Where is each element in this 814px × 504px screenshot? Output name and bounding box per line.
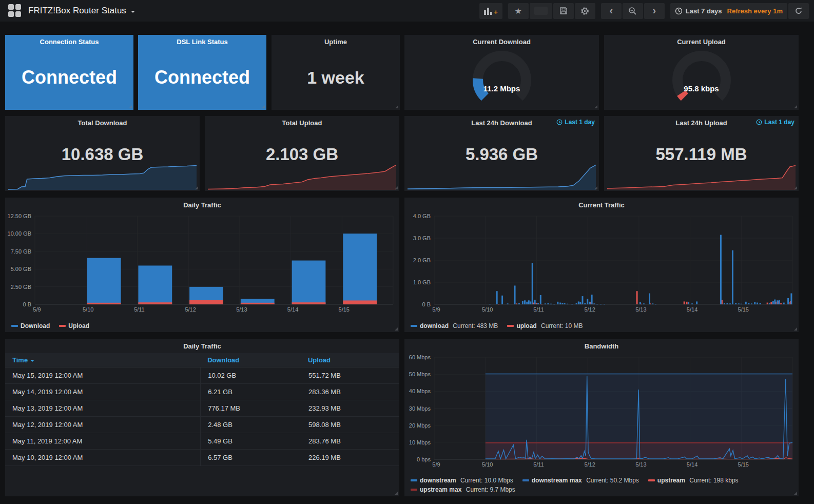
y-tick-label: 2.0 GB: [413, 257, 431, 263]
save-dashboard-button[interactable]: [553, 3, 574, 19]
table-column-header[interactable]: Time: [5, 353, 200, 367]
navbar: FRITZ!Box Router Status + ★: [0, 0, 814, 22]
panel-resize-handle[interactable]: [129, 105, 132, 108]
panel-resize-handle[interactable]: [794, 186, 797, 189]
table-cell: 2.48 GB: [200, 417, 301, 433]
chevron-left-icon: ‹: [609, 5, 613, 17]
panel-title[interactable]: Current Upload: [604, 35, 799, 48]
panel-title[interactable]: Current Traffic: [404, 198, 799, 212]
panel-title[interactable]: Daily Traffic: [5, 339, 399, 353]
panel-resize-handle[interactable]: [794, 105, 797, 108]
download-spike: [537, 303, 539, 304]
time-forward-button[interactable]: ›: [644, 3, 665, 19]
panel-title[interactable]: Total Upload: [205, 116, 399, 129]
download-spike: [557, 302, 558, 304]
x-tick-label: 5/15: [738, 306, 749, 313]
download-spike: [524, 300, 526, 304]
legend-item[interactable]: upstream Current: 198 kbps: [648, 477, 739, 484]
panel-title[interactable]: Current Download: [404, 35, 599, 48]
legend-item[interactable]: Download: [11, 322, 50, 329]
panel-resize-handle[interactable]: [594, 186, 597, 189]
download-spike: [553, 304, 555, 304]
chevron-right-icon: ›: [652, 5, 656, 17]
legend-item[interactable]: download Current: 483 MB: [411, 322, 498, 329]
download-spike: [534, 300, 536, 304]
panel-last24-upload: Last 24h Upload Last 1 day 557.119 MB: [604, 116, 799, 191]
download-spike: [530, 301, 531, 304]
download-spike: [783, 303, 785, 304]
share-dashboard-button[interactable]: [530, 3, 552, 19]
download-spike: [528, 300, 530, 304]
table-column-header[interactable]: Download: [200, 353, 301, 367]
download-spike: [518, 303, 520, 304]
x-tick-label: 5/15: [339, 306, 350, 313]
legend-item[interactable]: upstream max Current: 9.7 Mbps: [411, 486, 515, 493]
time-back-button[interactable]: ‹: [601, 3, 622, 19]
panel-title[interactable]: Uptime: [272, 35, 400, 48]
upload-spike: [686, 302, 688, 304]
dashboard-title-caret-icon[interactable]: [131, 11, 135, 13]
dashboard-settings-button[interactable]: [575, 3, 595, 19]
zoom-out-button[interactable]: [623, 3, 643, 19]
panel-title[interactable]: Connection Status: [5, 35, 133, 48]
x-tick-label: 5/12: [584, 461, 595, 468]
table-column-header[interactable]: Upload: [301, 353, 399, 367]
download-spike: [774, 300, 776, 304]
table-row: May 13, 2019 12:00 AM776.17 MB232.93 MB: [5, 400, 399, 417]
download-spike: [691, 303, 693, 304]
upload-spike: [770, 302, 772, 304]
x-tick-label: 5/11: [533, 306, 544, 313]
star-dashboard-button[interactable]: ★: [508, 3, 529, 19]
dashboard-title[interactable]: FRITZ!Box Router Status: [28, 6, 126, 16]
bandwidth-chart: 60 Mbps50 Mbps40 Mbps30 Mbps20 Mbps10 Mb…: [404, 353, 799, 469]
upload-bar: [292, 302, 326, 304]
download-spike: [596, 304, 598, 304]
table-cell: 551.72 MB: [301, 367, 399, 383]
download-spike: [501, 296, 503, 304]
panel-resize-handle[interactable]: [195, 186, 198, 189]
table-cell: May 14, 2019 12:00 AM: [5, 384, 200, 400]
x-tick-label: 5/10: [482, 461, 493, 468]
legend-item[interactable]: downstream Current: 10.0 Mbps: [411, 477, 513, 484]
panel-resize-handle[interactable]: [395, 492, 398, 495]
total-download-value: 10.638 GB: [5, 145, 200, 164]
download-spike: [754, 302, 755, 304]
download-spike: [757, 303, 758, 304]
download-spike: [751, 303, 752, 304]
time-range-picker[interactable]: Last 7 days Refresh every 1m: [670, 3, 787, 19]
panel-resize-handle[interactable]: [794, 327, 797, 331]
zoom-out-icon: [628, 7, 637, 15]
refresh-button[interactable]: [788, 3, 809, 19]
legend-item[interactable]: Upload: [59, 322, 89, 329]
y-tick-label: 1.0 GB: [413, 279, 431, 285]
y-tick-label: 0 B: [23, 301, 31, 307]
panel-title[interactable]: Bandwidth: [404, 339, 799, 353]
panel-resize-handle[interactable]: [594, 105, 597, 108]
add-panel-button[interactable]: +: [479, 3, 502, 19]
current-traffic-chart: 4.0 GB3.0 GB2.0 GB1.0 GB0 B5/95/105/115/…: [404, 212, 799, 314]
legend-swatch-icon: [522, 479, 529, 481]
panel-resize-handle[interactable]: [794, 492, 797, 495]
download-bar: [292, 261, 326, 304]
upload-spike: [516, 303, 517, 304]
panel-resize-handle[interactable]: [395, 327, 398, 331]
panel-title[interactable]: DSL Link Status: [138, 35, 266, 48]
panel-resize-handle[interactable]: [395, 105, 398, 108]
grafana-logo-icon[interactable]: [8, 4, 22, 17]
table-cell: 10.02 GB: [200, 367, 301, 383]
legend-item[interactable]: upload Current: 10 MB: [507, 322, 583, 329]
legend-swatch-icon: [11, 325, 18, 327]
table-cell: 6.57 GB: [200, 450, 301, 466]
panel-title[interactable]: Daily Traffic: [5, 198, 399, 212]
download-bar: [87, 258, 121, 304]
panel-title[interactable]: Total Download: [5, 116, 200, 129]
panel-resize-handle[interactable]: [262, 105, 265, 108]
y-tick-label: 50 Mbps: [409, 371, 431, 377]
panel-resize-handle[interactable]: [395, 186, 398, 189]
total-upload-value: 2.103 GB: [205, 145, 399, 164]
download-spike: [526, 302, 528, 304]
download-spike: [741, 304, 742, 304]
uptime-value: 1 week: [272, 68, 400, 88]
download-spike: [772, 301, 774, 304]
legend-item[interactable]: downstream max Current: 50.2 Mbps: [522, 477, 639, 484]
